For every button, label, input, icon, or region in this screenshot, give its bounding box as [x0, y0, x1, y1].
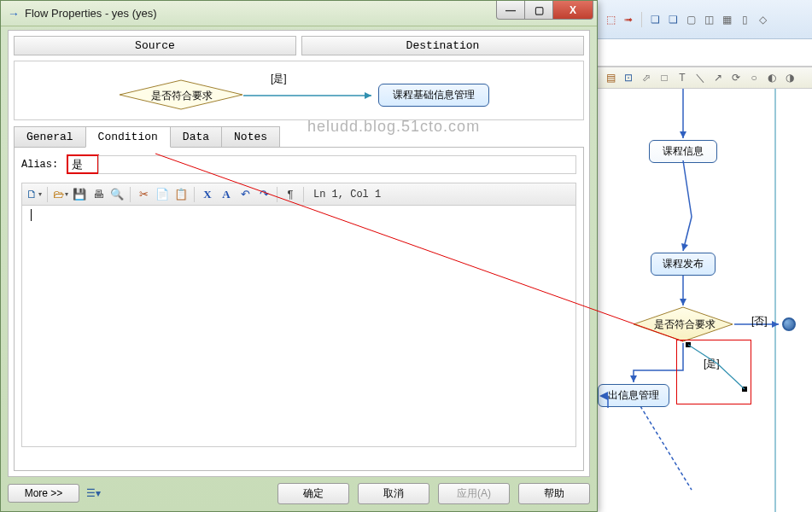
tab-condition[interactable]: Condition [85, 126, 171, 148]
copy-button[interactable]: 📄 [154, 186, 171, 203]
redo-button[interactable]: ↷ [255, 186, 272, 203]
node-course-info[interactable]: 课程信息 [649, 140, 717, 163]
svg-marker-10 [630, 375, 637, 382]
paragraph-button[interactable]: ¶ [282, 186, 299, 203]
minimize-button[interactable]: — [496, 1, 525, 20]
toolbar-icon[interactable]: ＼ [692, 70, 708, 85]
toolbar-icon[interactable]: ↗ [710, 70, 726, 85]
svg-marker-5 [681, 243, 688, 251]
source-header[interactable]: Source [14, 36, 296, 55]
node-info-mgmt[interactable]: 出信息管理 [598, 384, 669, 407]
cancel-button[interactable]: 取消 [358, 483, 429, 504]
a-button[interactable]: A [218, 186, 235, 203]
toolbar-icon[interactable]: ○ [746, 70, 762, 85]
toolbar-icon[interactable]: ❏ [665, 12, 681, 27]
save-button[interactable]: 💾 [71, 186, 88, 203]
cut-button[interactable]: ✂ [135, 186, 152, 203]
close-button[interactable]: X [552, 1, 593, 20]
watermark: heludd.blog.51cto.com [307, 118, 480, 136]
open-button[interactable]: 🗁 [52, 186, 69, 203]
node-label: 课程信息 [663, 145, 704, 157]
find-button[interactable]: 🔍 [108, 186, 126, 203]
svg-marker-9 [772, 321, 779, 328]
destination-header[interactable]: Destination [301, 36, 584, 55]
preview-edge-label: [是] [271, 72, 287, 86]
toolbar-icon[interactable]: T [675, 70, 690, 85]
main-toolbar: ⬚ ➟ ❏ ❏ ▢ ◫ ▦ ▯ ◇ [598, 0, 812, 39]
ok-button[interactable]: 确定 [277, 483, 349, 504]
edge-label-no: [否] [751, 314, 768, 329]
node-course-publish[interactable]: 课程发布 [651, 253, 716, 276]
toolbar-icon[interactable]: ▢ [683, 12, 698, 27]
svg-line-11 [640, 406, 692, 490]
alias-input[interactable] [67, 154, 99, 174]
print-button[interactable]: 🖶 [90, 186, 107, 203]
node-label: 课程发布 [663, 258, 704, 270]
alias-field-rest[interactable] [98, 155, 576, 174]
svg-marker-7 [680, 299, 686, 305]
edge-label-yes: [是] [704, 357, 720, 371]
secondary-toolbar: ▤ ⊡ ⬀ □ T ＼ ↗ ⟳ ○ ◐ ◑ [598, 67, 812, 89]
node-terminal[interactable] [782, 317, 796, 331]
tab-content: Alias: 🗋 🗁 💾 🖶 🔍 ✂ 📄 📋 X [14, 147, 584, 471]
svg-line-4 [683, 217, 692, 251]
diagram-preview: 是否符合要求 [是] 课程基础信息管理 [14, 61, 584, 120]
dialog-footer: More >> ☰▾ 确定 取消 应用(A) 帮助 [8, 480, 590, 506]
toolbar-icon[interactable]: ◑ [782, 70, 797, 85]
preview-target-label: 课程基础信息管理 [393, 89, 475, 101]
tab-data[interactable]: Data [170, 126, 222, 148]
toolbar-icon[interactable]: ▤ [603, 70, 618, 85]
x-button[interactable]: X [199, 186, 216, 203]
toolbar-icon[interactable]: ❏ [647, 12, 663, 27]
node-label: 出信息管理 [608, 389, 659, 401]
tabs: General Condition Data Notes [14, 125, 589, 147]
svg-marker-17 [365, 92, 371, 99]
editor-toolbar: 🗋 🗁 💾 🖶 🔍 ✂ 📄 📋 X A ↶ ↷ ¶ [22, 183, 575, 206]
toolbar-icon[interactable]: ➟ [621, 12, 636, 27]
more-button[interactable]: More >> [8, 484, 79, 503]
new-button[interactable]: 🗋 [26, 186, 43, 203]
selection-box [676, 340, 751, 404]
diagram-canvas[interactable]: 课程信息 课程发布 是否符合要求 [否] [ [598, 89, 812, 512]
list-icon[interactable]: ☰▾ [85, 487, 102, 499]
editor-textarea[interactable] [22, 206, 575, 446]
flow-properties-dialog: → Flow Properties - yes (yes) — ▢ X Sour… [0, 0, 598, 512]
toolbar-icon[interactable]: ▦ [719, 12, 734, 27]
preview-target-node: 课程基础信息管理 [378, 84, 489, 107]
cursor-status: Ln 1, Col 1 [313, 189, 381, 201]
toolbar-icon[interactable]: ◫ [701, 12, 716, 27]
toolbar-icon[interactable]: ▯ [737, 12, 752, 27]
toolbar-icon[interactable]: ⬀ [639, 70, 654, 85]
titlebar[interactable]: → Flow Properties - yes (yes) — ▢ X [1, 1, 597, 26]
toolbar-icon[interactable]: ⊡ [621, 70, 636, 85]
svg-line-3 [683, 160, 692, 217]
toolbar-icon[interactable]: □ [657, 70, 672, 85]
tab-notes[interactable]: Notes [221, 126, 280, 148]
arrow-icon: → [8, 7, 20, 20]
node-decision[interactable]: 是否符合要求 [632, 305, 734, 343]
toolbar-icon[interactable]: ⬚ [603, 12, 618, 27]
undo-button[interactable]: ↶ [237, 186, 254, 203]
preview-decision-label: 是否符合要求 [151, 89, 213, 103]
editor: 🗋 🗁 💾 🖶 🔍 ✂ 📄 📋 X A ↶ ↷ ¶ [21, 183, 576, 447]
toolbar-icon[interactable]: ◐ [764, 70, 780, 85]
help-button[interactable]: 帮助 [518, 483, 590, 504]
paste-button[interactable]: 📋 [172, 186, 190, 203]
toolbar-icon[interactable]: ⟳ [728, 70, 744, 85]
toolbar-icon[interactable]: ◇ [755, 12, 770, 27]
window-title: Flow Properties - yes (yes) [25, 7, 157, 20]
maximize-button[interactable]: ▢ [524, 1, 553, 20]
alias-label: Alias: [21, 159, 58, 171]
decision-label: 是否符合要求 [654, 317, 716, 332]
canvas-white-strip [598, 39, 812, 67]
apply-button[interactable]: 应用(A) [438, 483, 510, 504]
tab-general[interactable]: General [14, 126, 86, 148]
svg-marker-2 [680, 131, 686, 138]
